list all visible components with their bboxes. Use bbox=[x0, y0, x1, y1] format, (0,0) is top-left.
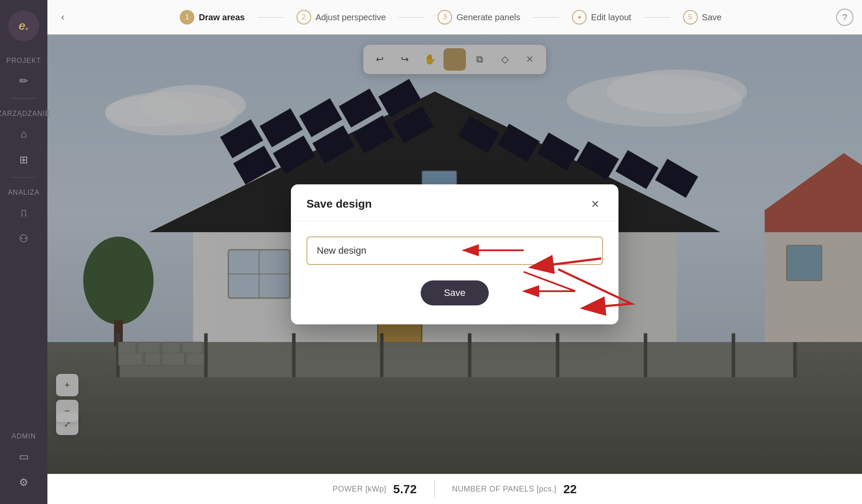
section-zarzadzanie-label: ZARZĄDZANIE bbox=[0, 110, 50, 118]
step-2-label: Adjust perspective bbox=[315, 12, 386, 22]
app-logo[interactable]: e. bbox=[8, 10, 39, 41]
step-5-label: Save bbox=[702, 12, 722, 22]
main-content: ‹ 1 Draw areas 2 Adjust perspective 3 Ge… bbox=[47, 0, 862, 504]
step-generate-panels[interactable]: 3 Generate panels bbox=[425, 10, 533, 25]
step-5-number: 5 bbox=[683, 10, 698, 25]
sidebar-item-edit[interactable]: ✏ bbox=[12, 70, 35, 92]
step-adjust-perspective[interactable]: 2 Adjust perspective bbox=[284, 10, 399, 25]
steps-container: 1 Draw areas 2 Adjust perspective 3 Gene… bbox=[74, 10, 828, 25]
panels-label: NUMBER OF PANELS [pcs.] bbox=[452, 485, 556, 494]
sidebar-item-users[interactable]: ⚇ bbox=[12, 227, 35, 250]
step-sep-1 bbox=[258, 17, 284, 18]
modal-title: Save design bbox=[306, 197, 372, 211]
step-1-number: 1 bbox=[180, 10, 194, 25]
step-sep-3 bbox=[533, 17, 559, 18]
help-button[interactable]: ? bbox=[836, 9, 853, 26]
section-admin-label: ADMIN bbox=[12, 432, 36, 440]
sidebar-item-chart[interactable]: ⎍ bbox=[12, 202, 35, 224]
step-4-label: Edit layout bbox=[591, 12, 631, 22]
power-value: 5.72 bbox=[393, 482, 417, 496]
modal-close-button[interactable]: ✕ bbox=[587, 196, 603, 212]
panels-value: 22 bbox=[563, 482, 577, 496]
sidebar-divider-1 bbox=[11, 98, 37, 99]
panels-status: NUMBER OF PANELS [pcs.] 22 bbox=[452, 482, 577, 496]
status-bar: POWER [kWp] 5.72 NUMBER OF PANELS [pcs.]… bbox=[47, 474, 862, 504]
step-1-label: Draw areas bbox=[199, 12, 245, 22]
sidebar-item-card[interactable]: ▭ bbox=[12, 445, 35, 468]
sidebar-divider-2 bbox=[11, 177, 37, 177]
section-analiza-label: ANALIZA bbox=[8, 189, 40, 196]
save-design-modal: Save design ✕ bbox=[291, 184, 618, 324]
back-button[interactable]: ‹ bbox=[56, 8, 69, 26]
step-3-number: 3 bbox=[437, 10, 452, 25]
power-label: POWER [kWp] bbox=[333, 485, 387, 494]
power-status: POWER [kWp] 5.72 bbox=[333, 482, 417, 496]
sidebar-item-home[interactable]: ⌂ bbox=[12, 123, 35, 145]
step-save[interactable]: 5 Save bbox=[670, 10, 735, 25]
top-nav: ‹ 1 Draw areas 2 Adjust perspective 3 Ge… bbox=[47, 0, 862, 34]
step-3-label: Generate panels bbox=[456, 12, 520, 22]
sidebar-bottom: ADMIN ▭ ⚙ bbox=[12, 426, 36, 504]
step-draw-areas[interactable]: 1 Draw areas bbox=[167, 10, 258, 25]
modal-body: Save bbox=[291, 221, 618, 324]
step-2-number: 2 bbox=[297, 10, 311, 25]
sidebar-item-settings[interactable]: ⚙ bbox=[12, 471, 35, 494]
save-design-button[interactable]: Save bbox=[421, 280, 489, 305]
canvas-area: ↩ ↪ ✋ ⧉ ◇ ✕ + − ⤢ Save design ✕ bbox=[47, 34, 862, 474]
section-projekt-label: PROJEKT bbox=[6, 57, 41, 65]
step-sep-4 bbox=[644, 17, 670, 18]
modal-overlay: Save design ✕ bbox=[47, 34, 862, 474]
step-4-icon: ✦ bbox=[572, 10, 587, 25]
design-name-input[interactable] bbox=[306, 236, 603, 265]
step-edit-layout[interactable]: ✦ Edit layout bbox=[559, 10, 644, 25]
sidebar: e. PROJEKT ✏ ZARZĄDZANIE ⌂ ⊞ ANALIZA ⎍ ⚇… bbox=[0, 0, 47, 504]
sidebar-item-grid[interactable]: ⊞ bbox=[12, 149, 35, 171]
modal-header: Save design ✕ bbox=[291, 184, 618, 221]
step-sep-2 bbox=[399, 17, 425, 18]
status-divider bbox=[434, 481, 435, 498]
